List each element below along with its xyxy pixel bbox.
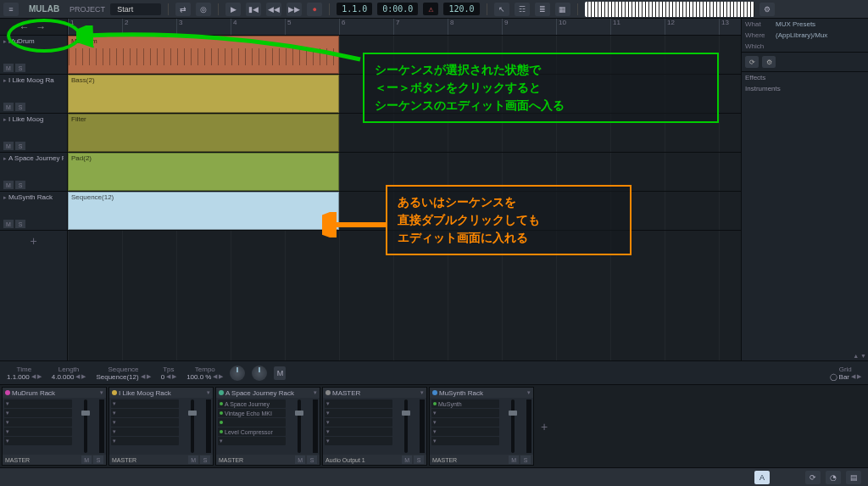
param-next-button[interactable]: ▶ xyxy=(219,373,223,380)
view-a-button[interactable]: A xyxy=(754,471,770,484)
insert-slot-empty[interactable]: ▾ xyxy=(4,427,72,436)
channel-solo-button[interactable]: S xyxy=(520,455,531,464)
tool-grid-button[interactable]: ▦ xyxy=(555,3,570,16)
property-value[interactable]: (AppLibrary)/Mux xyxy=(776,31,865,39)
record-button[interactable]: ● xyxy=(307,3,322,16)
mixer-channel[interactable]: I Like Moog Rack▾▾▾▾▾▾MASTERM S xyxy=(108,387,214,466)
param-next-button[interactable]: ▶ xyxy=(147,373,151,380)
mute-button[interactable]: M xyxy=(3,220,14,228)
param-next-button[interactable]: ▶ xyxy=(81,373,86,380)
track-expand-icon[interactable]: ▸ xyxy=(3,155,7,162)
browser-up-button[interactable]: ▲ xyxy=(853,353,859,359)
track-header[interactable]: ▸MuSynth RackMS xyxy=(0,192,67,231)
refresh-button[interactable]: ⟳ xyxy=(805,471,821,484)
channel-header[interactable]: MuDrum Rack▾ xyxy=(3,388,106,398)
channel-solo-button[interactable]: S xyxy=(414,455,424,464)
channel-fader[interactable] xyxy=(501,398,525,455)
clip[interactable]: MuDrum xyxy=(68,36,339,74)
channel-menu-icon[interactable]: ▾ xyxy=(314,389,317,396)
channel-solo-button[interactable]: S xyxy=(200,455,210,464)
channel-header[interactable]: MASTER▾ xyxy=(323,388,426,398)
grid-prev-button[interactable]: ◀ xyxy=(851,373,855,380)
param-value[interactable]: 0 xyxy=(161,373,164,381)
insert-slot[interactable]: Vintage Echo MKI xyxy=(218,409,286,417)
param-value[interactable]: 1.1.000 xyxy=(7,373,30,381)
property-value[interactable] xyxy=(776,42,865,50)
insert-slot-empty[interactable]: ▾ xyxy=(431,427,499,436)
channel-header[interactable]: A Space Journey Rack▾ xyxy=(216,388,320,398)
channel-menu-icon[interactable]: ▾ xyxy=(420,389,424,396)
channel-mute-button[interactable]: M xyxy=(188,455,198,464)
keyboard-settings-button[interactable]: ⚙ xyxy=(760,3,775,16)
insert-slot-empty[interactable]: ▾ xyxy=(325,409,392,417)
channel-output[interactable]: MASTER xyxy=(432,457,457,463)
mute-button[interactable]: M xyxy=(3,103,14,111)
insert-slot-empty[interactable]: ▾ xyxy=(4,399,72,408)
insert-slot[interactable]: A Space Journey xyxy=(218,399,286,408)
velocity-knob[interactable] xyxy=(230,366,245,381)
insert-slot-empty[interactable]: ▾ xyxy=(325,437,392,445)
grid-value[interactable]: Bar xyxy=(839,373,849,381)
channel-mute-button[interactable]: M xyxy=(509,455,519,464)
insert-slot-empty[interactable]: ▾ xyxy=(111,399,179,408)
insert-slot-empty[interactable]: ▾ xyxy=(4,437,72,445)
track-expand-icon[interactable]: ▸ xyxy=(3,77,7,84)
tool-pointer-button[interactable]: ↖ xyxy=(494,3,509,16)
param-prev-button[interactable]: ◀ xyxy=(75,373,80,380)
mixer-channel[interactable]: MuSynth Rack▾MuSynth▾▾▾▾MASTERM S xyxy=(429,387,534,466)
mute-toggle[interactable]: M xyxy=(274,366,286,380)
param-value[interactable]: 4.0.000 xyxy=(52,373,75,381)
param-next-button[interactable]: ▶ xyxy=(37,373,42,380)
channel-output[interactable]: MASTER xyxy=(112,457,136,463)
track-header[interactable]: ▸I Like MoogMS xyxy=(0,114,67,153)
track-expand-icon[interactable]: ▸ xyxy=(3,194,7,201)
browser-down-button[interactable]: ▼ xyxy=(860,353,866,359)
param-value[interactable]: 100.0 % xyxy=(186,373,211,381)
solo-button[interactable]: S xyxy=(15,103,25,111)
channel-solo-button[interactable]: S xyxy=(93,455,103,464)
channel-output[interactable]: MASTER xyxy=(5,457,30,463)
mixer-channel[interactable]: MuDrum Rack▾▾▾▾▾▾MASTERM S xyxy=(2,387,107,466)
clip[interactable]: Bass(2) xyxy=(68,75,339,113)
browser-item[interactable]: Instruments xyxy=(742,83,868,94)
tempo-readout[interactable]: 120.0 xyxy=(443,3,479,15)
forward-button[interactable]: ▶▶ xyxy=(287,3,302,16)
insert-slot-empty[interactable]: ▾ xyxy=(111,437,179,445)
param-prev-button[interactable]: ◀ xyxy=(141,373,145,380)
clip[interactable]: Filter xyxy=(68,114,339,152)
param-prev-button[interactable]: ◀ xyxy=(213,373,217,380)
position-readout[interactable]: 1.1.0 xyxy=(337,3,372,15)
nav-back-forward-button[interactable]: ← → xyxy=(0,19,67,36)
param-next-button[interactable]: ▶ xyxy=(172,373,176,380)
clip[interactable]: Sequence(12) xyxy=(68,192,339,230)
insert-slot-empty[interactable]: ▾ xyxy=(111,427,179,436)
insert-slot-empty[interactable]: ▾ xyxy=(4,418,72,427)
tempo-knob[interactable] xyxy=(252,366,267,381)
browser-refresh-button[interactable]: ⟳ xyxy=(745,56,759,68)
insert-slot-empty[interactable]: ▾ xyxy=(431,437,499,445)
track-expand-icon[interactable]: ▸ xyxy=(3,116,7,123)
insert-slot-empty[interactable]: ▾ xyxy=(111,418,179,427)
shuffle-button[interactable]: ⇄ xyxy=(175,3,191,16)
clip[interactable]: Pad(2) xyxy=(68,153,339,191)
param-value[interactable]: Sequence(12) xyxy=(96,373,138,381)
channel-header[interactable]: MuSynth Rack▾ xyxy=(430,388,533,398)
channel-menu-icon[interactable]: ▾ xyxy=(527,389,531,396)
mute-button[interactable]: M xyxy=(3,64,14,72)
solo-button[interactable]: S xyxy=(15,142,25,150)
channel-mute-button[interactable]: M xyxy=(402,455,412,464)
track-header[interactable]: ▸A Space Journey RMS xyxy=(0,153,67,192)
browser-settings-button[interactable]: ⚙ xyxy=(762,56,776,68)
param-prev-button[interactable]: ◀ xyxy=(166,373,170,380)
insert-slot-empty[interactable]: ▾ xyxy=(4,409,72,417)
project-name[interactable]: Start xyxy=(110,3,161,15)
rewind-button[interactable]: ◀◀ xyxy=(266,3,281,16)
mixer-channel[interactable]: MASTER▾▾▾▾▾▾Audio Output 1M S xyxy=(322,387,427,466)
channel-fader[interactable] xyxy=(287,398,311,455)
mixer-channel[interactable]: A Space Journey Rack▾A Space JourneyVint… xyxy=(215,387,320,466)
insert-slot-empty[interactable]: ▾ xyxy=(431,409,499,417)
channel-mute-button[interactable]: M xyxy=(81,455,92,464)
channel-fader[interactable] xyxy=(181,398,204,455)
time-ruler[interactable]: 12345678910111213 xyxy=(68,19,741,36)
loop-button[interactable]: ◎ xyxy=(196,3,211,16)
